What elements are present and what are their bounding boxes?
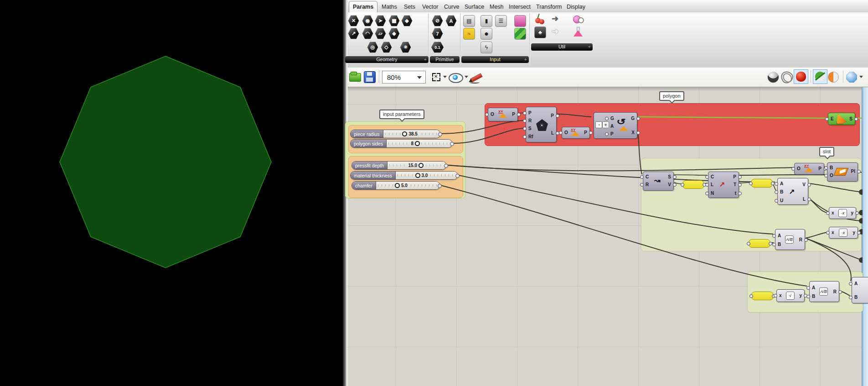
tab-curve[interactable]: Curve: [440, 2, 463, 11]
gradient-icon[interactable]: [514, 15, 526, 27]
polygon-sides-slider[interactable]: polygon sides 8: [350, 139, 452, 148]
evaluate-length-component[interactable]: C L N ↗ P T t: [708, 172, 739, 198]
number-panel[interactable]: [751, 292, 774, 300]
slider-label: polygon sides: [351, 140, 387, 147]
preview-off-icon[interactable]: [768, 72, 779, 83]
slider-knob[interactable]: [395, 183, 400, 188]
tab-transform[interactable]: Transform: [532, 2, 566, 11]
input-state-icon[interactable]: ◔: [595, 121, 602, 128]
material-thickness-slider[interactable]: material thickness 3.0: [350, 171, 458, 180]
rotate-component[interactable]: G A P ◔ ✳ G X: [594, 112, 637, 139]
sketch-pencil-icon[interactable]: [469, 71, 482, 84]
sqrt-expression-component[interactable]: x √ y: [776, 289, 805, 302]
relay-arrow-icon[interactable]: ➜: [552, 14, 563, 25]
slider-output[interactable]: [455, 174, 460, 178]
xy-plane-component[interactable]: O XY P: [488, 108, 518, 121]
graph-mapper-icon[interactable]: ≈: [463, 28, 475, 40]
vector-2pt-component[interactable]: A B U ↗ V L: [777, 178, 808, 205]
slider-output[interactable]: [444, 164, 448, 168]
data-recorder-icon[interactable]: [573, 14, 584, 25]
negative-expression-component[interactable]: x -x y: [829, 227, 858, 239]
slider-icon[interactable]: ▤: [463, 15, 475, 27]
relay-arrow2-icon[interactable]: ➜: [552, 26, 563, 37]
expression-icon: -x: [838, 209, 847, 217]
open-file-icon[interactable]: [349, 72, 361, 82]
rhino-viewport[interactable]: [0, 0, 343, 386]
negative-expression-component[interactable]: x -x y: [829, 207, 856, 219]
zoom-extents-icon[interactable]: ✕: [432, 73, 440, 81]
slider-track[interactable]: 8: [387, 140, 452, 147]
slider-knob[interactable]: [418, 163, 424, 168]
polygon-component[interactable]: P R S Rf P L: [526, 107, 557, 142]
clipped-connector: [859, 189, 863, 195]
preview-eye-icon[interactable]: [449, 73, 463, 83]
slider-knob[interactable]: [402, 131, 407, 136]
tab-intersect[interactable]: Intersect: [505, 2, 534, 11]
tab-params[interactable]: Params: [349, 1, 377, 13]
xy-plane-component[interactable]: O XY P: [794, 163, 824, 175]
vector-2pt-icon: ↗: [789, 188, 795, 196]
value-list-icon[interactable]: ☰: [495, 15, 507, 27]
tab-sets[interactable]: Sets: [400, 2, 419, 11]
chevron-down-icon[interactable]: [443, 76, 447, 78]
chevron-down-icon[interactable]: [465, 76, 468, 78]
tab-surface[interactable]: Surface: [461, 2, 488, 11]
number-panel[interactable]: [749, 239, 770, 248]
geometry-panel-label[interactable]: Geometry+: [345, 56, 429, 63]
division-component[interactable]: A B A/B R: [775, 229, 805, 250]
cherry-picker-icon[interactable]: [534, 14, 545, 25]
tab-maths[interactable]: Maths: [378, 2, 401, 11]
tab-display[interactable]: Display: [563, 2, 589, 11]
number-panel[interactable]: [751, 179, 773, 188]
toolbar-separator: [379, 70, 380, 83]
slider-output[interactable]: [438, 184, 442, 188]
color-swatch-icon[interactable]: [514, 28, 526, 40]
input-panel-label[interactable]: Input+: [461, 56, 529, 63]
xy-plane-component[interactable]: O XY P: [562, 127, 590, 139]
boundary-surfaces-component[interactable]: E S: [828, 113, 855, 125]
slider-track[interactable]: 3.0: [396, 172, 457, 179]
division-icon: A/B: [819, 287, 828, 296]
division-component[interactable]: A B A/B R: [809, 281, 839, 302]
draw-icons-toggle-icon[interactable]: [828, 72, 839, 83]
clipped-edge-component[interactable]: A B: [852, 277, 868, 303]
number-panel[interactable]: [682, 180, 704, 189]
toggle-icon[interactable]: ▮: [480, 15, 492, 27]
primitive-panel-label[interactable]: Primitive: [430, 56, 460, 63]
tab-vector[interactable]: Vector: [418, 2, 442, 11]
input-state-icon[interactable]: ✳: [602, 121, 609, 128]
chevron-down-icon[interactable]: [859, 76, 863, 78]
curve-component[interactable]: C R ↝ S V: [643, 172, 674, 191]
piece-radius-slider[interactable]: piece radius 38.5: [350, 130, 440, 138]
slider-track[interactable]: 38.5: [383, 130, 440, 138]
slider-label: pressfit depth: [352, 162, 388, 169]
slider-knob[interactable]: [415, 141, 420, 146]
xy-plane-icon: XY: [570, 129, 581, 136]
md-slider-icon[interactable]: ϟ: [480, 42, 492, 53]
menu-tab-bar: Params Maths Sets Vector Curve Surface M…: [348, 0, 868, 13]
window-right-edge: [862, 68, 868, 386]
shaded-preview-button[interactable]: [794, 69, 808, 84]
chevron-down-icon: [417, 76, 422, 79]
slider-output[interactable]: [450, 142, 454, 146]
zoom-level-dropdown[interactable]: 80%: [382, 71, 426, 83]
save-file-icon[interactable]: [364, 71, 376, 83]
chamfer-slider[interactable]: chamfer 5.0: [351, 181, 440, 190]
tab-mesh[interactable]: Mesh: [486, 2, 507, 11]
knob-icon[interactable]: ●: [480, 28, 492, 40]
grasshopper-window: Params Maths Sets Vector Curve Surface M…: [0, 0, 868, 386]
util-panel-label[interactable]: Util+: [531, 43, 593, 51]
pressfit-depth-slider[interactable]: pressfit depth 15.0: [351, 161, 446, 170]
flask-icon[interactable]: [573, 26, 584, 37]
slider-knob[interactable]: [415, 173, 420, 178]
only-draw-selected-button[interactable]: [813, 69, 827, 84]
plane-component[interactable]: B O Pl: [827, 162, 858, 182]
expression-icon: -x: [839, 229, 847, 237]
slider-output[interactable]: [438, 132, 442, 136]
slider-track[interactable]: 5.0: [376, 182, 439, 189]
slider-label: material thickness: [351, 172, 396, 179]
tree-icon[interactable]: ♣: [534, 26, 546, 38]
panel-separator: [460, 13, 461, 66]
division-icon: A/B: [785, 235, 794, 244]
slider-track[interactable]: 15.0: [388, 162, 446, 169]
